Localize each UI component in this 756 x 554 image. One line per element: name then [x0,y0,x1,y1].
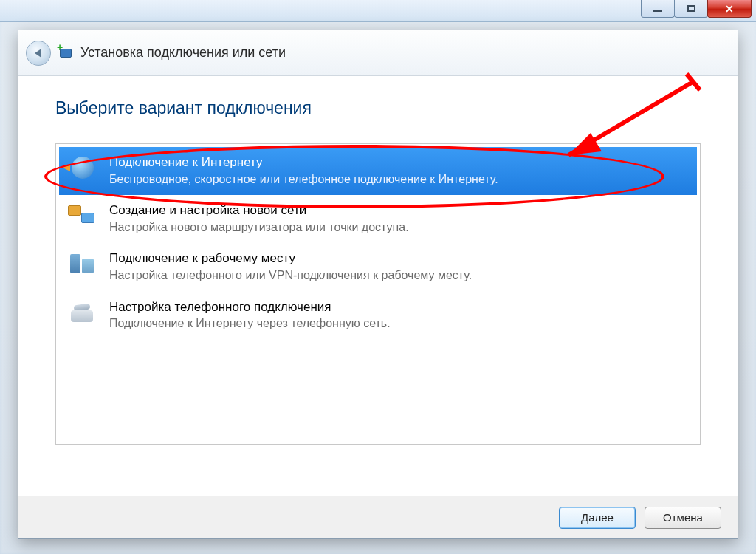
back-button[interactable] [26,41,51,66]
maximize-button[interactable] [674,0,708,18]
page-heading: Выберите вариант подключения [55,98,701,118]
minimize-button[interactable] [641,0,675,18]
close-button[interactable]: ✕ [707,0,752,18]
dialog-footer: Далее Отмена [18,496,738,538]
dialog-body: Выберите вариант подключения Подключение… [18,76,738,496]
next-button[interactable]: Далее [559,507,636,529]
option-subtitle: Беспроводное, скоростное или телефонное … [109,171,690,188]
option-workplace[interactable]: Подключение к рабочему месту Настройка т… [59,243,697,291]
workplace-icon [66,249,99,278]
desktop-background: ✕ + Установка подключения или сети Выбер… [0,0,756,554]
dialog-header: + Установка подключения или сети [18,30,738,76]
cancel-button[interactable]: Отмена [645,507,721,529]
option-title: Подключение к Интернету [109,154,690,171]
option-subtitle: Настройка телефонного или VPN-подключени… [109,267,690,284]
network-setup-icon: + [57,44,75,62]
option-title: Настройка телефонного подключения [109,298,690,316]
option-title: Подключение к рабочему месту [109,250,690,267]
connection-options-list: Подключение к Интернету Беспроводное, ск… [55,143,701,445]
globe-icon [66,153,99,182]
option-title: Создание и настройка новой сети [109,202,690,219]
arrow-left-icon [35,49,41,58]
option-subtitle: Подключение к Интернету через телефонную… [109,315,690,332]
option-dialup[interactable]: Настройка телефонного подключения Подклю… [59,292,697,340]
option-new-network[interactable]: ➔ Создание и настройка новой сети Настро… [59,195,697,243]
new-network-icon: ➔ [66,201,99,230]
option-subtitle: Настройка нового маршрутизатора или точк… [109,219,690,236]
option-internet[interactable]: Подключение к Интернету Беспроводное, ск… [59,147,697,195]
wizard-dialog: + Установка подключения или сети Выберит… [18,30,738,539]
phone-icon [66,298,99,327]
window-titlebar[interactable]: ✕ [0,0,756,22]
dialog-title: Установка подключения или сети [80,45,286,61]
window-controls: ✕ [642,0,752,18]
